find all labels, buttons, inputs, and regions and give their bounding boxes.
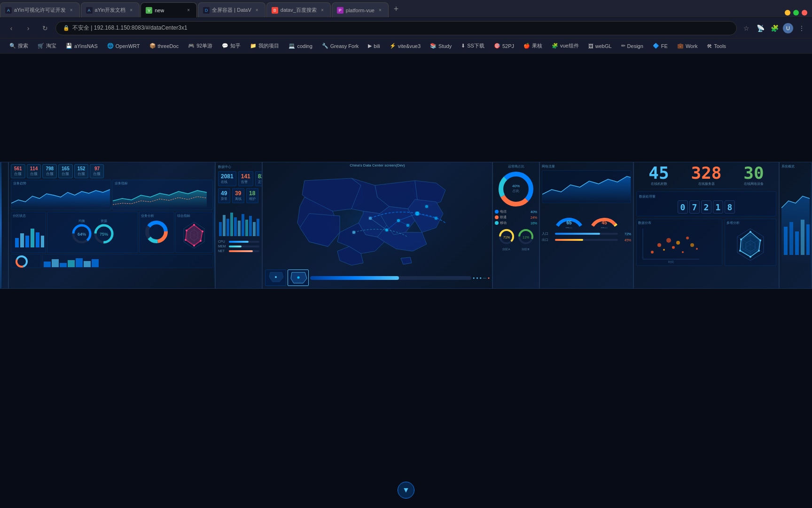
digit-2: 2	[701, 200, 711, 214]
bottom-bar-sm-svg	[43, 254, 212, 268]
bookmark-vite[interactable]: ⚡ vite&vue3	[386, 40, 424, 52]
address-input[interactable]: 🔒 不安全 | 192.168.1.150:8083/#/dataCenter3…	[55, 21, 737, 35]
gauge-2-svg: 75%	[94, 223, 114, 244]
bookmark-ayinsnas[interactable]: 💾 aYinsNAS	[62, 40, 102, 52]
num-2081-label: 在线	[221, 180, 234, 184]
tools-icon: 🛠	[707, 43, 712, 49]
svg-rect-36	[76, 258, 83, 267]
forward-button[interactable]: ›	[22, 22, 35, 35]
settings-icon[interactable]: ⋮	[796, 23, 807, 34]
stat-114-label: 台服	[30, 171, 38, 176]
stat-114-num: 114	[30, 166, 38, 171]
bookmark-coding[interactable]: 💻 coding	[285, 40, 316, 52]
bookmark-study-label: Study	[438, 43, 452, 49]
donut-container	[141, 219, 172, 245]
tab-1[interactable]: A aYin可视化许可证开发 ×	[0, 2, 80, 17]
bookmark-92[interactable]: 🎮 92单游	[184, 40, 216, 52]
tab-2-title: aYin开发文档	[95, 7, 126, 14]
svg-point-107	[740, 238, 742, 240]
bookmark-myproject[interactable]: 📁 我的项目	[246, 40, 283, 52]
thumbnail-1[interactable]	[265, 270, 286, 286]
tab-6-close[interactable]: ×	[377, 7, 383, 14]
progress-3-label: NET	[218, 249, 227, 253]
tab-2-favicon: A	[86, 7, 93, 14]
maximize-btn[interactable]	[793, 10, 799, 16]
right-area-panel: 网络流量	[539, 162, 633, 289]
top-charts-row: 业务趋势	[11, 180, 213, 210]
panel-right-border	[214, 162, 215, 288]
donut-label: 业务分析	[141, 214, 172, 218]
bookmark-tools[interactable]: 🛠 Tools	[703, 40, 730, 52]
tab-5[interactable]: B datav_百度搜索 ×	[266, 2, 331, 17]
bookmark-taobao[interactable]: 🛒 淘宝	[34, 40, 60, 52]
profile-icon[interactable]: U	[783, 23, 793, 33]
center-mini-chart	[218, 206, 259, 238]
back-button[interactable]: ‹	[5, 22, 18, 35]
svg-point-102	[750, 231, 751, 233]
svg-text:45: 45	[601, 220, 607, 225]
bookmark-fe[interactable]: 🔷 FE	[649, 40, 671, 52]
sg1-label: 分区A	[498, 247, 515, 252]
svg-rect-112	[806, 224, 810, 255]
tab-4-close[interactable]: ×	[254, 7, 260, 14]
bookmark-work[interactable]: 💼 Work	[673, 40, 701, 52]
tab-2-close[interactable]: ×	[128, 7, 134, 14]
china-map-svg	[276, 171, 478, 275]
svg-point-26	[193, 245, 195, 246]
gauge-1: 均衡 64%	[71, 219, 92, 246]
bookmark-zhihu[interactable]: 💬 知乎	[218, 40, 244, 52]
thumbnail-2[interactable]	[288, 270, 309, 286]
indicator-2: ●	[476, 276, 478, 279]
tab-6[interactable]: P platform-vue ×	[332, 2, 389, 17]
legend-2-text: 联通	[500, 215, 507, 220]
bookmark-webgl-label: webGL	[595, 43, 612, 49]
tab-3[interactable]: V new ×	[141, 2, 197, 17]
tab-1-close[interactable]: ×	[68, 7, 75, 14]
radar-svg	[177, 218, 211, 251]
center-stats-inner: 数据中心 2081 在线 141 告警 8	[216, 162, 262, 255]
bookmark-design[interactable]: ✏ Design	[617, 40, 647, 52]
tab-5-close[interactable]: ×	[319, 7, 326, 14]
extensions-icon[interactable]: 🧩	[769, 23, 780, 34]
minimize-btn[interactable]	[785, 10, 790, 16]
stat-798-label: 台服	[46, 171, 54, 176]
counter-digits: 0 7 2 1 8	[639, 200, 773, 214]
bookmark-greasyfork[interactable]: 🔧 Greasy Fork	[318, 40, 363, 52]
donut-svg	[144, 219, 170, 245]
bookmark-star-icon[interactable]: ☆	[741, 23, 752, 34]
new-tab-button[interactable]: +	[390, 2, 403, 16]
bottom-donut-svg	[11, 254, 41, 268]
three-icon: 📦	[149, 43, 156, 49]
close-btn[interactable]	[802, 10, 807, 16]
bookmark-threedoc[interactable]: 📦 threeDoc	[146, 40, 183, 52]
coding-icon: 💻	[289, 43, 295, 49]
cn-18: 18 维护	[246, 188, 258, 203]
tab-2[interactable]: A aYin开发文档 ×	[81, 2, 140, 17]
num-45-label: 在线机柜数	[636, 182, 681, 186]
scroll-indicator[interactable]: ▼	[398, 482, 414, 499]
bookmark-myproject-label: 我的项目	[258, 42, 279, 49]
bookmark-52pj[interactable]: 🎯 52PJ	[490, 40, 518, 52]
num-45-display: 45	[636, 165, 681, 182]
bookmark-ss[interactable]: ⬇ SS下载	[457, 40, 488, 52]
webgl-icon: 🖼	[588, 43, 593, 49]
tab-4[interactable]: D 全屏容器 | DataV ×	[198, 2, 265, 17]
bookmark-bili[interactable]: ▶ bili	[364, 40, 383, 52]
bookmark-openwrt[interactable]: 🌐 OpenWRT	[103, 40, 144, 52]
bookmark-search[interactable]: 🔍 搜索	[6, 40, 32, 52]
svg-text:11%: 11%	[522, 236, 529, 239]
tab-3-close[interactable]: ×	[185, 7, 192, 14]
bookmark-webgl[interactable]: 🖼 webGL	[585, 40, 616, 52]
bookmark-design-label: Design	[627, 43, 643, 49]
cast-icon[interactable]: 📡	[755, 23, 766, 34]
area-chart-1-svg	[11, 187, 111, 208]
bookmark-study[interactable]: 📚 Study	[426, 40, 455, 52]
bookmark-guohe[interactable]: 🍎 果核	[520, 40, 546, 52]
vite-icon: ⚡	[390, 43, 396, 49]
refresh-button[interactable]: ↻	[39, 22, 52, 35]
svg-rect-45	[242, 214, 244, 236]
stat-152-label: 台服	[78, 171, 86, 176]
chart2-label: 业务指标	[113, 180, 212, 187]
bookmark-vue-comp[interactable]: 🧩 vue组件	[548, 40, 583, 52]
tab-6-title: platform-vue	[346, 8, 375, 13]
